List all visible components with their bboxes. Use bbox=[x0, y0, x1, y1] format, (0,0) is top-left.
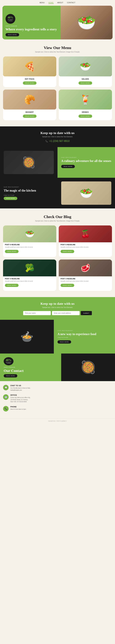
blog-post6-image: 🥗 bbox=[3, 226, 56, 242]
blog-post3-cta[interactable]: READ MORE bbox=[60, 284, 74, 287]
blog-post6-headline: POST 6 HEADLINE bbox=[5, 244, 54, 246]
chat-icon: 💬 bbox=[4, 386, 7, 389]
contact-badge: 40% BUSINESS LUNCH bbox=[4, 357, 14, 365]
cta-bar-subtitle: Sample text. Click to select the Text El… bbox=[3, 136, 112, 138]
pizza-emoji: 🍕 bbox=[3, 56, 56, 76]
menu-pizza-image: 🍕 bbox=[3, 56, 56, 76]
feature1-label: OUR RESTAURANT bbox=[61, 157, 77, 158]
blog-post5-image: 🍒 bbox=[59, 226, 112, 242]
blog-post4-cta[interactable]: READ MORE bbox=[5, 284, 18, 287]
footer-text: Sample text. Click to update it. bbox=[48, 420, 67, 422]
blog-post3-text: Sample small text Lorem ipsum dolor sit … bbox=[60, 280, 110, 282]
blog-grid: 🥗 POST 6 HEADLINE Sample small text Lore… bbox=[3, 226, 112, 291]
office-icon: 🏢 bbox=[4, 396, 7, 398]
nav-about[interactable]: ABOUT bbox=[57, 2, 63, 4]
menu-drinks-cta[interactable]: READ MORE bbox=[78, 114, 92, 118]
footer: Sample text. Click to update it. bbox=[0, 418, 115, 424]
contact-chat-detail: Our friendly team is here to help. hello… bbox=[10, 387, 30, 391]
menu-drinks-name: DRINKS bbox=[82, 111, 89, 113]
menu-pizza-name: HOT PIZZA bbox=[25, 78, 34, 80]
contact-phone-text: PHONE Mon-Fri from 8am to 5pm. bbox=[10, 406, 26, 410]
hero-badge-label: BUSINESS LUNCH bbox=[8, 19, 13, 22]
blog-post3-body: POST 3 HEADLINE Sample small text Lorem … bbox=[59, 276, 112, 289]
contact-row-office: 🏢 OFFICE Come say hello at our office HQ… bbox=[3, 394, 112, 403]
feature2-text-side: OUR RESTAURANT The magic of the kitchen … bbox=[0, 178, 58, 208]
menu-card-dessert: 🥐 DESSERT READ MORE bbox=[3, 90, 56, 120]
hero-cta-button[interactable]: READ MORE bbox=[6, 33, 19, 36]
menu-grid: 🍕 HOT PIZZA READ MORE 🥗 SALADS READ MORE… bbox=[3, 56, 112, 120]
feature2-label: OUR RESTAURANT bbox=[4, 186, 19, 188]
blog-post5-text: Sample small text Lorem ipsum dolor sit … bbox=[60, 246, 110, 248]
bottom-feature-label: OUR RESTAURANT bbox=[58, 330, 111, 331]
bottom-feature-title: A new way to experience food bbox=[58, 332, 111, 336]
menu-card-pizza: 🍕 HOT PIZZA READ MORE bbox=[3, 56, 56, 87]
office-icon-circle: 🏢 bbox=[3, 394, 8, 400]
newsletter-email-input[interactable] bbox=[52, 311, 80, 315]
hero-badge-percent: 40% bbox=[8, 16, 13, 19]
feature1-image-side: 🥘 bbox=[0, 147, 58, 178]
feature2-food-image: 🥗 bbox=[61, 182, 111, 205]
feature1-text-side: OUR RESTAURANT A culinary adventure for … bbox=[58, 147, 115, 178]
hero-food-emoji: 🥗 bbox=[77, 14, 96, 32]
hero-food-image: 🥗 bbox=[60, 6, 112, 40]
newsletter-form: SUBMIT bbox=[3, 311, 112, 315]
blog-post-5: 🍒 POST 5 HEADLINE Sample small text Lore… bbox=[59, 226, 112, 257]
feature1-title: A culinary adventure for all the senses bbox=[61, 159, 111, 163]
feature2-img-note: Image from Freepik bbox=[4, 194, 14, 196]
blog-title: Check Our Blog bbox=[3, 214, 112, 219]
cta-bar-title: Keep up to date with us bbox=[3, 131, 112, 135]
menu-subtitle: Sample text. Click to select the Text El… bbox=[3, 51, 112, 53]
menu-title: View Our Menu bbox=[3, 46, 112, 50]
menu-dessert-image: 🥐 bbox=[3, 90, 56, 110]
menu-salads-name: SALADS bbox=[82, 78, 89, 80]
bottom-feature-img-note: Image from Freepik bbox=[58, 337, 111, 338]
newsletter-title: Keep up to date with us bbox=[3, 302, 112, 306]
feature-section-1: 🥘 OUR RESTAURANT A culinary adventure fo… bbox=[0, 147, 115, 178]
blog-post4-image: 🥦 bbox=[3, 260, 56, 276]
dessert-emoji: 🥐 bbox=[3, 90, 56, 110]
blog-post6-cta[interactable]: READ MORE bbox=[5, 250, 18, 253]
hero-image: 🥗 bbox=[60, 6, 112, 40]
drinks-emoji: 🍹 bbox=[59, 90, 112, 110]
nav-menu[interactable]: MENU bbox=[40, 2, 44, 4]
nav-contact[interactable]: CONTACT bbox=[67, 2, 76, 4]
hero-title: Where every ingredient tells a story bbox=[6, 27, 58, 31]
salads-emoji: 🥗 bbox=[59, 56, 112, 76]
contact-cta-button[interactable]: READ MORE bbox=[4, 374, 17, 378]
blog-post3-headline: POST 3 HEADLINE bbox=[60, 278, 110, 280]
blog-post3-image: 🥩 bbox=[59, 260, 112, 276]
bottom-feature-image: 🍲 bbox=[0, 320, 54, 354]
blog-post-3: 🥩 POST 3 HEADLINE Sample small text Lore… bbox=[59, 260, 112, 291]
contact-title: Our Contact bbox=[4, 368, 58, 373]
contact-top: 40% BUSINESS LUNCH SAMPLE HEADLINE Our C… bbox=[0, 354, 115, 381]
feature2-cta-button[interactable]: READ MORE bbox=[4, 197, 17, 200]
contact-badge-label: BUSINESS LUNCH bbox=[6, 362, 11, 364]
feature2-emoji: 🥗 bbox=[80, 187, 93, 200]
menu-dessert-cta[interactable]: READ MORE bbox=[23, 114, 36, 118]
newsletter-section: Keep up to date with us Sample text. Cli… bbox=[0, 297, 115, 320]
menu-dessert-name: DESSERT bbox=[26, 111, 34, 113]
contact-phone-detail: Mon-Fri from 8am to 5pm. bbox=[10, 408, 26, 410]
menu-salads-cta[interactable]: READ MORE bbox=[78, 82, 92, 85]
feature2-title: The magic of the kitchen bbox=[4, 189, 36, 192]
phone-icon: 📞 bbox=[46, 140, 48, 142]
menu-drinks-image: 🍹 bbox=[59, 90, 112, 110]
phone-contact-icon: 📞 bbox=[4, 407, 7, 410]
cta-bar-1: Keep up to date with us Sample text. Cli… bbox=[0, 126, 115, 147]
phone-number: +1 (234) 567-8910 bbox=[49, 140, 70, 142]
contact-left: 40% BUSINESS LUNCH SAMPLE HEADLINE Our C… bbox=[0, 354, 61, 381]
bottom-feature-section: 🍲 OUR RESTAURANT A new way to experience… bbox=[0, 320, 115, 354]
newsletter-submit-button[interactable]: SUBMIT bbox=[81, 311, 92, 315]
newsletter-name-input[interactable] bbox=[23, 311, 51, 315]
blog-post5-headline: POST 5 HEADLINE bbox=[60, 244, 110, 246]
contact-office-text: OFFICE Come say hello at our office HQ. … bbox=[10, 394, 30, 403]
nav-home[interactable]: HOME bbox=[48, 2, 54, 4]
blog-post4-text: Sample small text Lorem ipsum dolor sit … bbox=[5, 280, 54, 282]
blog-post5-cta[interactable]: READ MORE bbox=[60, 250, 74, 253]
contact-right-image: 🥘 bbox=[61, 354, 115, 381]
feature1-cta-button[interactable]: READ MORE bbox=[61, 165, 75, 168]
bottom-feature-cta-button[interactable]: READ MORE bbox=[58, 340, 71, 344]
menu-pizza-cta[interactable]: READ MORE bbox=[23, 82, 36, 85]
feature1-emoji: 🥘 bbox=[22, 156, 36, 169]
blog-post6-text: Sample small text Lorem ipsum dolor sit … bbox=[5, 246, 54, 248]
